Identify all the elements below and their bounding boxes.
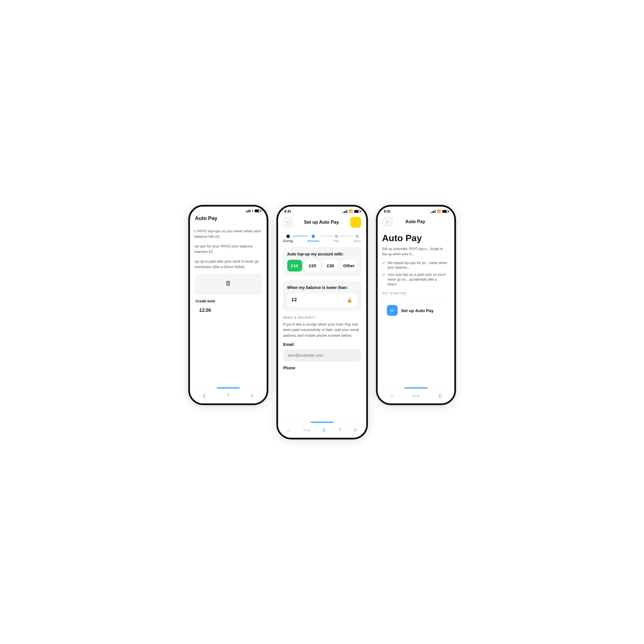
center-content: Auto top-up my account with: £10 £20 £30… bbox=[278, 244, 366, 420]
nav-header-center: ← Set up Auto Pay ⚡ bbox=[278, 215, 366, 231]
phone-left: ▾ Auto Pay c PAYG top-ups so you never w… bbox=[188, 205, 268, 405]
credit-label: Credit limit bbox=[196, 299, 261, 303]
step-dot-pay bbox=[335, 235, 338, 238]
nav-billing-right[interactable]: £ bbox=[439, 393, 442, 399]
step-done: Done bbox=[353, 235, 361, 243]
check-text-2: Your auto top-up is paid card, so you'll… bbox=[388, 272, 450, 287]
phone-right: 9:41 📶 ← bbox=[376, 205, 456, 405]
check-list: ✓ Set repeat top-ups for yo... meter whe… bbox=[382, 261, 450, 287]
progress-stepper: Energy Amount Pay Done bbox=[278, 231, 366, 244]
back-arrow-icon: ← bbox=[286, 220, 290, 225]
home-indicator-right bbox=[378, 386, 454, 390]
balance-card-title: When my balance is lower than: bbox=[287, 285, 357, 290]
home-icon-right: ⌂ bbox=[390, 393, 393, 399]
step-dot-done bbox=[355, 235, 359, 238]
trash-icon: 🗑 bbox=[199, 280, 257, 287]
screen-container: ▾ Auto Pay c PAYG top-ups so you never w… bbox=[165, 205, 479, 439]
left-page-title-area: Auto Pay bbox=[190, 214, 267, 224]
nav-home-right[interactable]: ⌂ bbox=[390, 393, 393, 399]
usage-icon-right: ∿∿ bbox=[412, 393, 420, 399]
nav-usage-center[interactable]: ∿∿ bbox=[303, 427, 310, 433]
nav-item-help[interactable]: ? bbox=[227, 393, 229, 399]
left-desc3: op-up is paid with your bank ll never go… bbox=[195, 259, 262, 270]
infinity-icon: ∞ bbox=[387, 305, 398, 316]
check-item-1: ✓ Set repeat top-ups for yo... meter whe… bbox=[382, 261, 450, 270]
battery-icon-center bbox=[354, 210, 360, 213]
status-time-right: 9:41 bbox=[384, 209, 391, 213]
auto-pay-description: Set up automatic PAYG top-u... forget to… bbox=[382, 246, 450, 257]
nav-menu-center[interactable]: ≡ bbox=[354, 427, 357, 433]
step-energy: Energy bbox=[283, 235, 293, 243]
step-line-1 bbox=[293, 236, 308, 236]
credit-section: Credit limit £2.00 bbox=[195, 299, 262, 316]
check-mark-1: ✓ bbox=[382, 261, 385, 265]
wifi-icon-right: 📶 bbox=[437, 209, 441, 213]
nav-billing-center[interactable]: £ bbox=[323, 427, 326, 433]
balance-card: When my balance is lower than: £2 🔒 bbox=[283, 281, 362, 311]
email-label: Email bbox=[283, 342, 361, 347]
step-dot-amount bbox=[312, 235, 315, 238]
right-content: Auto Pay Set up automatic PAYG top-u... … bbox=[378, 229, 454, 324]
back-arrow-icon-right: ← bbox=[386, 219, 390, 224]
setup-autopay-button[interactable]: ∞ Set up Auto Pay bbox=[382, 301, 450, 320]
left-desc2: op-ups for your PAYG your balance reache… bbox=[195, 243, 262, 255]
bottom-nav-center[interactable]: ⌂ ∿∿ £ ? ≡ bbox=[278, 424, 366, 438]
lightning-icon: ⚡ bbox=[352, 219, 359, 225]
status-bar-center: 9:41 📶 bbox=[278, 207, 366, 215]
back-button-right[interactable]: ← bbox=[383, 217, 393, 227]
bottom-nav-left[interactable]: £ ? ≡ bbox=[190, 390, 267, 403]
home-icon-center: ⌂ bbox=[287, 427, 290, 433]
nav-usage-right[interactable]: ∿∿ bbox=[412, 393, 420, 399]
check-text-1: Set repeat top-ups for yo... meter when … bbox=[388, 261, 450, 270]
signal-icon bbox=[245, 209, 250, 212]
usage-icon-center: ∿∿ bbox=[303, 427, 310, 433]
nav-item-menu[interactable]: ≡ bbox=[250, 393, 253, 399]
nav-home-center[interactable]: ⌂ bbox=[287, 427, 290, 433]
receipt-section-label: NEED A RECEIPT? bbox=[283, 316, 361, 319]
wifi-icon: ▾ bbox=[252, 209, 253, 213]
bottom-nav-right[interactable]: ⌂ ∿∿ £ bbox=[378, 390, 454, 403]
left-desc1: c PAYG top-ups so you never when your ba… bbox=[195, 228, 262, 239]
status-icons-left: ▾ bbox=[245, 209, 260, 213]
auto-pay-heading: Auto Pay bbox=[382, 233, 450, 243]
topup-card: Auto top-up my account with: £10 £20 £30… bbox=[283, 247, 362, 276]
nav-help-center[interactable]: ? bbox=[338, 427, 341, 433]
nav-item-billing[interactable]: £ bbox=[203, 393, 206, 399]
battery-icon bbox=[255, 209, 260, 212]
step-label-pay: Pay bbox=[334, 239, 339, 243]
email-input[interactable] bbox=[283, 349, 361, 362]
credit-value: £2.00 bbox=[196, 305, 215, 316]
step-dot-energy bbox=[286, 235, 290, 238]
amount-btn-30[interactable]: £30 bbox=[323, 260, 338, 272]
step-amount: Amount bbox=[308, 235, 320, 243]
battery-icon-right bbox=[442, 210, 448, 213]
check-mark-2: ✓ bbox=[382, 273, 385, 277]
balance-value: £2 bbox=[292, 297, 297, 302]
status-icons-right: 📶 bbox=[431, 209, 448, 213]
amount-options: £10 £20 £30 Other bbox=[287, 260, 357, 272]
check-item-2: ✓ Your auto top-up is paid card, so you'… bbox=[382, 272, 450, 287]
menu-icon: ≡ bbox=[250, 393, 253, 399]
billing-icon-right: £ bbox=[439, 393, 442, 399]
amount-btn-20[interactable]: £20 bbox=[305, 260, 320, 272]
wifi-icon-center: 📶 bbox=[349, 209, 353, 213]
status-bar-left: ▾ bbox=[190, 207, 267, 214]
left-content: c PAYG top-ups so you never when your ba… bbox=[190, 224, 267, 386]
step-label-energy: Energy bbox=[283, 239, 293, 243]
back-button-center[interactable]: ← bbox=[283, 217, 293, 227]
lightning-button[interactable]: ⚡ bbox=[350, 217, 361, 228]
help-icon-center: ? bbox=[338, 427, 341, 433]
amount-btn-10[interactable]: £10 bbox=[287, 260, 302, 272]
divider bbox=[382, 297, 450, 298]
balance-display: £2 🔒 bbox=[287, 293, 357, 307]
delete-card: 🗑 bbox=[195, 274, 262, 295]
help-icon: ? bbox=[227, 393, 229, 399]
step-label-done: Done bbox=[353, 239, 361, 243]
amount-btn-other[interactable]: Other bbox=[341, 260, 357, 272]
step-label-amount: Amount bbox=[308, 239, 320, 243]
status-icons-center: 📶 bbox=[342, 209, 360, 213]
page-title-center: Set up Auto Pay bbox=[304, 220, 339, 225]
get-started-label: GET STARTED bbox=[382, 292, 450, 295]
status-time-center: 9:41 bbox=[284, 209, 291, 213]
signal-icon-right bbox=[431, 210, 435, 213]
